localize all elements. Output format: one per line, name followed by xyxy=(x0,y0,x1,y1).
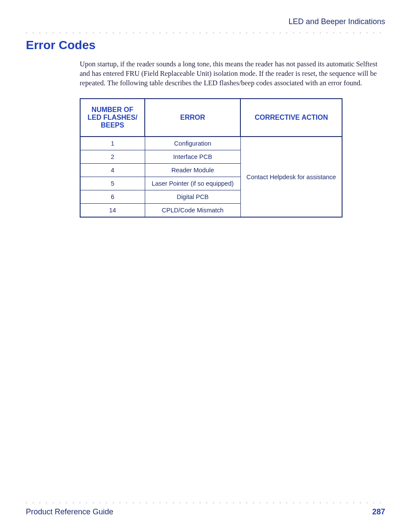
cell-count: 1 xyxy=(80,137,145,150)
cell-error: Interface PCB xyxy=(145,150,240,164)
dotted-divider-bottom: . . . . . . . . . . . . . . . . . . . . … xyxy=(26,499,385,504)
cell-error: Digital PCB xyxy=(145,190,240,204)
header-section-title: LED and Beeper Indications xyxy=(26,17,385,26)
cell-count: 14 xyxy=(80,204,145,218)
table-header-count: NUMBER OF LED FLASHES/ BEEPS xyxy=(80,99,145,137)
cell-count: 5 xyxy=(80,177,145,190)
table-row: 1 Configuration Contact Helpdesk for ass… xyxy=(80,137,342,150)
dotted-divider-top: . . . . . . . . . . . . . . . . . . . . … xyxy=(26,29,385,34)
cell-error: Reader Module xyxy=(145,164,240,177)
table-header-error: ERROR xyxy=(145,99,240,137)
cell-error: CPLD/Code Mismatch xyxy=(145,204,240,218)
footer-title: Product Reference Guide xyxy=(26,507,113,516)
page-heading: Error Codes xyxy=(26,38,385,52)
cell-count: 2 xyxy=(80,150,145,164)
cell-count: 4 xyxy=(80,164,145,177)
footer-page-number: 287 xyxy=(372,507,385,516)
cell-error: Configuration xyxy=(145,137,240,150)
cell-count: 6 xyxy=(80,190,145,204)
error-codes-table: NUMBER OF LED FLASHES/ BEEPS ERROR CORRE… xyxy=(80,98,342,218)
page-footer: . . . . . . . . . . . . . . . . . . . . … xyxy=(26,499,385,516)
body-paragraph: Upon startup, if the reader sounds a lon… xyxy=(80,59,381,88)
cell-corrective-action: Contact Helpdesk for assistance xyxy=(240,137,342,217)
table-header-action: CORRECTIVE ACTION xyxy=(240,99,342,137)
cell-error: Laser Pointer (if so equipped) xyxy=(145,177,240,190)
